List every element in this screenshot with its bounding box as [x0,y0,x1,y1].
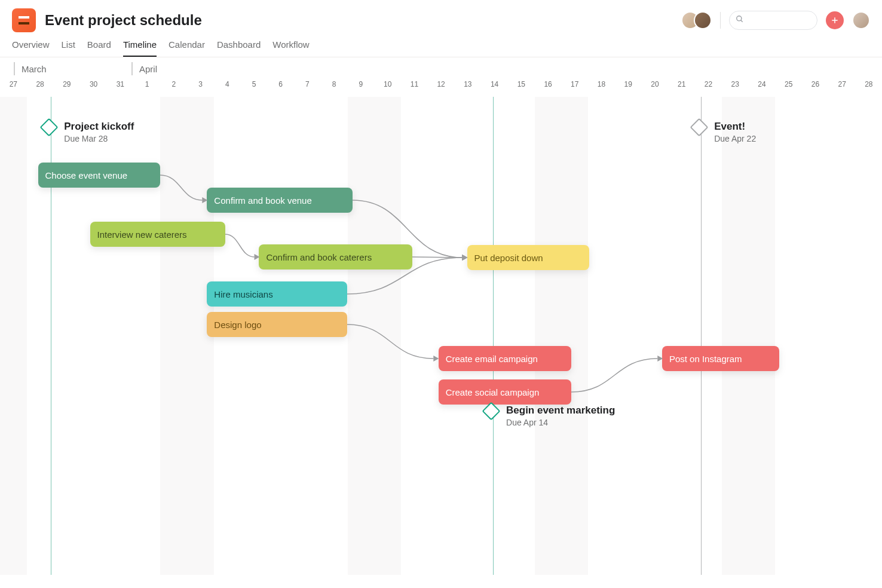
view-tabs: OverviewListBoardTimelineCalendarDashboa… [0,32,882,57]
task-bar[interactable]: Interview new caterers [90,222,225,247]
day-cell: 15 [508,76,535,97]
milestone-title: Event! [714,121,756,133]
search-box[interactable] [729,11,817,30]
day-cell: 30 [80,76,107,97]
day-cell: 27 [0,76,27,97]
day-cell: 5 [241,76,268,97]
milestone-diamond-icon [482,402,500,420]
day-cell: 4 [214,76,241,97]
day-cell: 8 [321,76,348,97]
task-bar[interactable]: Confirm and book venue [207,188,353,213]
project-title: Event project schedule [45,12,202,29]
day-cell: 3 [187,76,214,97]
task-bar[interactable]: Create email campaign [439,346,571,371]
milestone-due: Due Mar 28 [64,134,134,143]
day-cell: 11 [401,76,428,97]
task-bar[interactable]: Put deposit down [467,245,590,270]
app-logo[interactable] [12,8,36,32]
task-bar[interactable]: Create social campaign [439,379,571,405]
search-input[interactable] [748,16,811,25]
day-cell: 10 [374,76,401,97]
day-cell: 18 [588,76,615,97]
milestone-title: Begin event marketing [506,405,615,416]
task-bar[interactable]: Post on Instagram [662,346,779,371]
tab-dashboard[interactable]: Dashboard [217,39,261,57]
member-avatars[interactable] [687,11,712,29]
day-cell: 17 [561,76,588,97]
milestone[interactable]: Project kickoffDue Mar 28 [42,121,134,143]
app-logo-glyph [19,16,29,24]
milestone[interactable]: Begin event marketingDue Apr 14 [485,405,615,427]
month-label: April [131,62,157,75]
svg-line-1 [741,20,743,22]
day-cell: 20 [642,76,669,97]
day-cell: 1 [134,76,161,97]
day-row: 2728293031123456789101112131415161718192… [0,76,882,97]
day-cell: 23 [722,76,749,97]
day-cell: 12 [428,76,455,97]
tab-workflow[interactable]: Workflow [272,39,309,57]
svg-point-0 [737,16,742,21]
add-button[interactable] [826,11,844,29]
task-bar[interactable]: Hire musicians [207,281,347,307]
milestone-due: Due Apr 14 [506,418,615,427]
day-cell: 26 [802,76,829,97]
tab-overview[interactable]: Overview [12,39,50,57]
day-cell: 24 [749,76,776,97]
task-bar[interactable]: Confirm and book caterers [259,244,412,270]
day-cell: 22 [695,76,722,97]
day-cell: 16 [535,76,562,97]
timeline-body: Choose event venueConfirm and book venue… [0,97,882,575]
month-label: March [14,62,47,75]
milestone[interactable]: Event!Due Apr 22 [693,121,756,143]
milestone-diamond-icon [40,118,59,136]
tab-list[interactable]: List [62,39,75,57]
milestone-due: Due Apr 22 [714,134,756,143]
user-avatar[interactable] [852,11,870,29]
day-cell: 31 [107,76,134,97]
milestone-title: Project kickoff [64,121,134,133]
search-icon [736,15,744,26]
day-cell: 19 [615,76,642,97]
tab-calendar[interactable]: Calendar [169,39,205,57]
divider [720,12,721,29]
month-row: MarchApril [0,57,882,76]
day-cell: 25 [775,76,802,97]
day-cell: 13 [454,76,481,97]
day-cell: 14 [481,76,508,97]
day-cell: 29 [53,76,80,97]
task-bar[interactable]: Choose event venue [38,163,161,188]
milestone-diamond-icon [690,118,709,136]
day-cell: 9 [348,76,375,97]
app-header: Event project schedule [0,0,882,32]
day-cell: 28 [856,76,883,97]
day-cell: 21 [668,76,695,97]
day-cell: 27 [829,76,856,97]
day-cell: 28 [27,76,54,97]
task-bar[interactable]: Design logo [207,312,347,337]
tab-board[interactable]: Board [87,39,111,57]
day-cell: 7 [294,76,321,97]
day-cell: 2 [160,76,187,97]
day-cell: 6 [267,76,294,97]
tab-timeline[interactable]: Timeline [123,39,157,57]
avatar[interactable] [694,11,712,29]
